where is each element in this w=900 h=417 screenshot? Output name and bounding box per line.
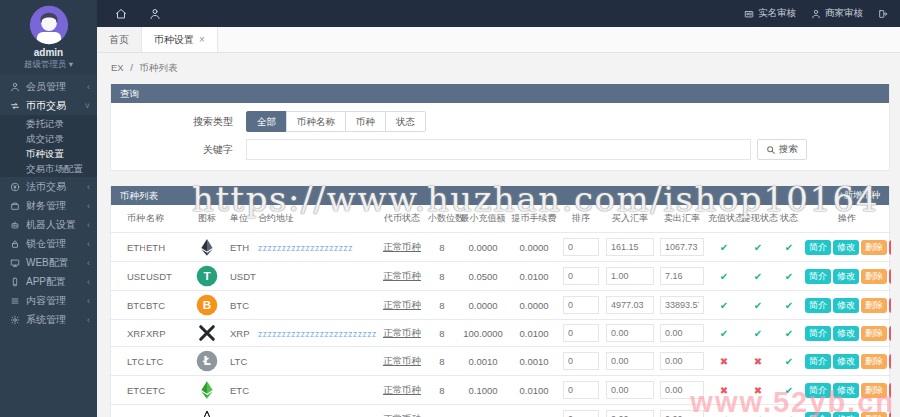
edit-button[interactable]: 修改 [833, 240, 859, 255]
token-status-link[interactable]: 正常币种 [383, 327, 421, 338]
sort-input[interactable] [563, 267, 599, 285]
role-dropdown[interactable]: 超级管理员 ▾ [0, 59, 97, 71]
intro-button[interactable]: 简介 [805, 240, 831, 255]
search-type-option[interactable]: 币种 [345, 111, 386, 132]
search-button[interactable]: 搜索 [757, 139, 807, 160]
sell-rate-input[interactable] [660, 296, 704, 314]
sidebar-subitem[interactable]: 币种设置 [0, 146, 97, 161]
search-type-option[interactable]: 全部 [246, 111, 287, 132]
disable-button[interactable]: 禁用 [889, 412, 891, 417]
add-coin-button[interactable]: +新增币种 [839, 186, 880, 205]
intro-button[interactable]: 简介 [805, 412, 831, 417]
buy-rate-input[interactable] [606, 381, 654, 399]
tab-首页[interactable]: 首页 [97, 27, 142, 52]
intro-button[interactable]: 简介 [805, 269, 831, 284]
sell-rate-input[interactable] [660, 238, 704, 256]
chevron-left-icon: ‹ [87, 182, 90, 192]
token-status-link[interactable]: 正常币种 [383, 241, 421, 252]
sort-input[interactable] [563, 324, 599, 342]
etc-coin-icon [185, 376, 229, 405]
user-icon[interactable] [149, 8, 161, 20]
intro-button[interactable]: 简介 [805, 354, 831, 369]
keyword-input[interactable] [246, 139, 751, 160]
sort-input[interactable] [563, 238, 599, 256]
sidebar-item[interactable]: APP配置‹ [0, 272, 97, 291]
edit-button[interactable]: 修改 [833, 298, 859, 313]
edit-button[interactable]: 修改 [833, 383, 859, 398]
token-status-link[interactable]: 正常币种 [383, 355, 421, 366]
intro-button[interactable]: 简介 [805, 383, 831, 398]
buy-rate-input[interactable] [606, 296, 654, 314]
disable-button[interactable]: 禁用 [889, 269, 891, 284]
tab-币种设置[interactable]: 币种设置× [142, 27, 218, 52]
sell-rate-input[interactable] [660, 381, 704, 399]
edit-button[interactable]: 修改 [833, 412, 859, 417]
disable-button[interactable]: 禁用 [889, 298, 891, 313]
edit-button[interactable]: 修改 [833, 269, 859, 284]
realname-audit-button[interactable]: 实名审核 [744, 7, 796, 20]
disable-button[interactable]: 禁用 [889, 326, 891, 341]
buy-rate-input[interactable] [606, 267, 654, 285]
sell-rate-input[interactable] [660, 352, 704, 370]
disable-button[interactable]: 禁用 [889, 383, 891, 398]
delete-button[interactable]: 删除 [861, 269, 887, 284]
close-icon[interactable]: × [199, 34, 205, 45]
buy-rate-input[interactable] [606, 352, 654, 370]
buy-rate-input[interactable] [606, 324, 654, 342]
intro-button[interactable]: 简介 [805, 298, 831, 313]
sidebar-item[interactable]: 系统管理‹ [0, 310, 97, 329]
delete-button[interactable]: 删除 [861, 240, 887, 255]
contract-cell [257, 405, 377, 417]
sidebar-item[interactable]: 币币交易˅ [0, 96, 97, 115]
buy-rate-input[interactable] [606, 238, 654, 256]
sidebar-item[interactable]: 锁仓管理‹ [0, 234, 97, 253]
token-status-link[interactable]: 正常币种 [383, 413, 421, 417]
sidebar-item[interactable]: 会员管理‹ [0, 77, 97, 96]
search-type-option[interactable]: 状态 [385, 111, 426, 132]
sell-rate-input[interactable] [660, 324, 704, 342]
sort-input[interactable] [563, 410, 599, 417]
web-icon [10, 258, 22, 268]
delete-button[interactable]: 删除 [861, 298, 887, 313]
sidebar-item[interactable]: 内容管理‹ [0, 291, 97, 310]
column-header: 充值状态 [707, 205, 741, 233]
token-status-link[interactable]: 正常币种 [383, 384, 421, 395]
sidebar-item[interactable]: 法币交易‹ [0, 177, 97, 196]
contract-link[interactable]: zzzzzzzzzzzzzzzzzzzzzzzzzz [258, 329, 377, 339]
check-icon: ✔ [785, 356, 793, 367]
token-status-link[interactable]: 正常币种 [383, 270, 421, 281]
intro-button[interactable]: 简介 [805, 326, 831, 341]
delete-button[interactable]: 删除 [861, 326, 887, 341]
sidebar-item[interactable]: 财务管理‹ [0, 196, 97, 215]
column-header: 合约地址 [257, 205, 377, 233]
edit-button[interactable]: 修改 [833, 326, 859, 341]
contract-link[interactable]: zzzzzzzzzzzzzzzzzzzz [258, 243, 353, 253]
token-status-link[interactable]: 正常币种 [383, 299, 421, 310]
logout-button[interactable] [878, 9, 888, 19]
sort-input[interactable] [563, 296, 599, 314]
search-type-option[interactable]: 币种名称 [286, 111, 346, 132]
search-panel-header: 查询 [111, 84, 889, 103]
delete-button[interactable]: 删除 [861, 383, 887, 398]
sidebar-item[interactable]: 机器人设置‹ [0, 215, 97, 234]
disable-button[interactable]: 禁用 [889, 354, 891, 369]
sidebar-item-label: WEB配置 [26, 256, 87, 270]
sort-input[interactable] [563, 352, 599, 370]
sidebar-item[interactable]: WEB配置‹ [0, 253, 97, 272]
sidebar-subitem[interactable]: 交易市场配置 [0, 161, 97, 176]
edit-button[interactable]: 修改 [833, 354, 859, 369]
home-icon[interactable] [115, 8, 127, 20]
sidebar-subitem[interactable]: 委托记录 [0, 116, 97, 131]
breadcrumb-root[interactable]: EX [111, 62, 124, 73]
merchant-audit-button[interactable]: 商家审核 [811, 7, 863, 20]
sidebar-subitem[interactable]: 成交记录 [0, 131, 97, 146]
contract-cell [257, 262, 377, 291]
sort-input[interactable] [563, 381, 599, 399]
sell-rate-input[interactable] [660, 410, 704, 417]
sell-rate-input[interactable] [660, 267, 704, 285]
delete-button[interactable]: 删除 [861, 412, 887, 417]
lock-icon [10, 239, 22, 249]
buy-rate-input[interactable] [606, 410, 654, 417]
delete-button[interactable]: 删除 [861, 354, 887, 369]
disable-button[interactable]: 禁用 [889, 240, 891, 255]
